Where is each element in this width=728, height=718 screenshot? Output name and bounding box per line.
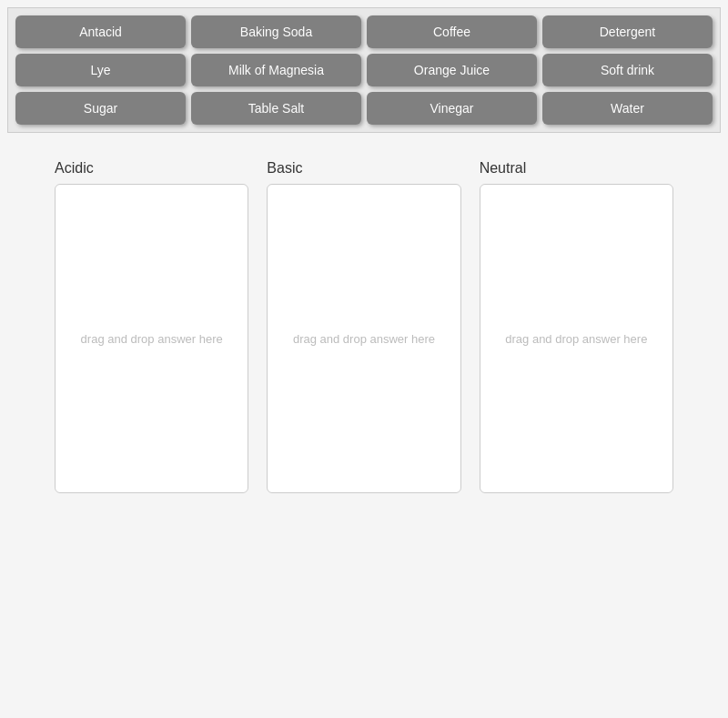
drop-zone-wrapper-basic: Basicdrag and drop answer here: [267, 160, 460, 493]
draggable-item-vinegar[interactable]: Vinegar: [367, 92, 537, 125]
drop-zone-wrapper-acidic: Acidicdrag and drop answer here: [55, 160, 248, 493]
draggable-item-soft-drink[interactable]: Soft drink: [542, 54, 713, 86]
drop-zone-placeholder-acidic: drag and drop answer here: [81, 332, 223, 346]
draggable-item-orange-juice[interactable]: Orange Juice: [367, 54, 537, 86]
draggable-item-water[interactable]: Water: [542, 92, 713, 125]
draggable-item-antacid[interactable]: Antacid: [15, 15, 186, 48]
drop-zones-container: Acidicdrag and drop answer hereBasicdrag…: [55, 160, 673, 493]
drop-zone-label-neutral: Neutral: [480, 160, 673, 177]
draggable-item-table-salt[interactable]: Table Salt: [191, 92, 361, 125]
draggable-item-detergent[interactable]: Detergent: [542, 15, 713, 48]
draggable-item-coffee[interactable]: Coffee: [367, 15, 537, 48]
drop-zone-placeholder-neutral: drag and drop answer here: [505, 332, 647, 346]
draggable-item-milk-of-magnesia[interactable]: Milk of Magnesia: [191, 54, 361, 86]
draggable-item-baking-soda[interactable]: Baking Soda: [191, 15, 361, 48]
drop-zone-acidic[interactable]: drag and drop answer here: [55, 184, 248, 493]
draggable-item-lye[interactable]: Lye: [15, 54, 186, 86]
draggable-item-sugar[interactable]: Sugar: [15, 92, 186, 125]
drop-zone-neutral[interactable]: drag and drop answer here: [480, 184, 673, 493]
drop-zone-label-basic: Basic: [267, 160, 460, 177]
drop-zone-basic[interactable]: drag and drop answer here: [267, 184, 460, 493]
drop-zone-label-acidic: Acidic: [55, 160, 248, 177]
drop-zone-wrapper-neutral: Neutraldrag and drop answer here: [480, 160, 673, 493]
source-items-container: AntacidBaking SodaCoffeeDetergentLyeMilk…: [7, 7, 721, 133]
drop-zone-placeholder-basic: drag and drop answer here: [293, 332, 435, 346]
